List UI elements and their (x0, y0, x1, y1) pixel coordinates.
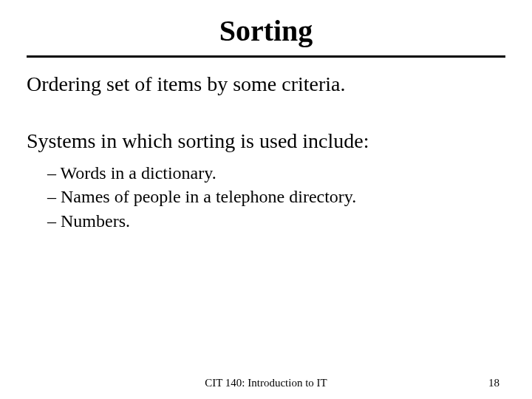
list-item: Words in a dictionary. (47, 161, 505, 185)
bullet-list: Words in a dictionary. Names of people i… (27, 161, 505, 233)
footer-page-number: 18 (488, 377, 499, 389)
footer-course: CIT 140: Introduction to IT (0, 377, 532, 389)
slide-title: Sorting (27, 13, 505, 48)
paragraph-definition: Ordering set of items by some criteria. (27, 71, 505, 97)
slide: Sorting Ordering set of items by some cr… (0, 0, 532, 399)
list-item: Names of people in a telephone directory… (47, 185, 505, 208)
title-rule (27, 55, 505, 58)
list-item: Numbers. (47, 209, 505, 233)
paragraph-intro: Systems in which sorting is used include… (27, 128, 505, 154)
